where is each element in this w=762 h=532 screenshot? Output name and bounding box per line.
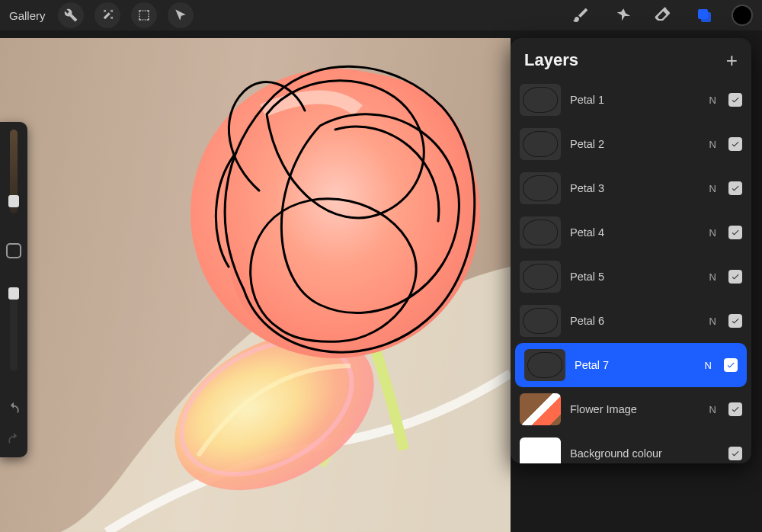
layer-thumbnail[interactable] <box>520 393 561 425</box>
layer-thumbnail[interactable] <box>520 261 561 293</box>
gallery-button[interactable]: Gallery <box>9 9 46 22</box>
add-layer-button[interactable]: + <box>726 53 738 68</box>
layer-name-label: Petal 1 <box>570 94 700 106</box>
layer-blend-mode[interactable]: N <box>709 316 716 327</box>
canvas-area[interactable] <box>0 38 511 532</box>
layer-blend-mode[interactable]: N <box>705 360 712 371</box>
layer-blend-mode[interactable]: N <box>709 271 716 283</box>
layer-visibility-checkbox[interactable] <box>728 314 742 328</box>
layer-name-label: Petal 7 <box>575 359 696 371</box>
layer-visibility-checkbox[interactable] <box>724 358 738 372</box>
svg-rect-7 <box>0 38 511 532</box>
layer-thumbnail[interactable] <box>520 437 561 463</box>
layers-panel: Layers + Petal 1NPetal 2NPetal 3NPetal 4… <box>511 38 751 463</box>
layer-blend-mode[interactable]: N <box>709 183 716 194</box>
selection-tool[interactable] <box>131 2 157 28</box>
layer-visibility-checkbox[interactable] <box>728 270 742 284</box>
smudge-tool[interactable] <box>608 2 636 29</box>
move-tool[interactable] <box>168 2 194 28</box>
magic-wand-tool[interactable] <box>94 2 120 28</box>
adjustments-tool[interactable] <box>58 2 84 28</box>
layer-blend-mode[interactable]: N <box>709 95 716 106</box>
layer-blend-mode[interactable]: N <box>709 139 716 150</box>
layer-row[interactable]: Petal 7N <box>515 343 747 387</box>
layer-blend-mode[interactable]: N <box>709 227 716 239</box>
layer-visibility-checkbox[interactable] <box>728 137 742 151</box>
layer-thumbnail[interactable] <box>520 128 561 160</box>
layer-visibility-checkbox[interactable] <box>728 93 742 107</box>
layer-thumbnail[interactable] <box>520 216 561 248</box>
layer-row[interactable]: Petal 6N <box>511 299 751 343</box>
svg-rect-1 <box>701 12 711 22</box>
layer-row[interactable]: Flower ImageN <box>511 387 751 431</box>
layer-row[interactable]: Petal 2N <box>511 122 751 166</box>
layer-row[interactable]: Background colour <box>511 431 751 463</box>
undo-button[interactable] <box>6 401 21 419</box>
layer-thumbnail[interactable] <box>520 305 561 337</box>
opacity-slider[interactable] <box>10 287 18 371</box>
layer-row[interactable]: Petal 4N <box>511 210 751 255</box>
opacity-thumb[interactable] <box>8 287 19 300</box>
modify-button[interactable] <box>6 243 21 258</box>
layer-visibility-checkbox[interactable] <box>728 402 742 416</box>
layer-visibility-checkbox[interactable] <box>728 226 742 239</box>
layer-name-label: Flower Image <box>570 403 700 415</box>
color-picker-button[interactable] <box>732 5 753 26</box>
layer-blend-mode[interactable]: N <box>709 404 716 415</box>
layer-row[interactable]: Petal 3N <box>511 166 751 210</box>
layer-name-label: Petal 6 <box>570 315 700 327</box>
canvas-artwork <box>0 38 511 532</box>
eraser-tool[interactable] <box>649 2 677 29</box>
layer-thumbnail[interactable] <box>520 172 561 204</box>
layers-title: Layers <box>524 50 578 70</box>
brush-size-thumb[interactable] <box>8 195 19 207</box>
layer-row[interactable]: Petal 5N <box>511 255 751 299</box>
layer-thumbnail[interactable] <box>524 349 565 381</box>
layer-thumbnail[interactable] <box>520 84 561 116</box>
layer-visibility-checkbox[interactable] <box>728 447 742 460</box>
brush-tool[interactable] <box>567 2 594 29</box>
left-sidebar <box>0 122 27 457</box>
layers-tool[interactable] <box>690 2 718 29</box>
layer-visibility-checkbox[interactable] <box>728 181 742 195</box>
layers-header: Layers + <box>511 38 751 78</box>
layer-name-label: Background colour <box>570 447 719 460</box>
layer-name-label: Petal 2 <box>570 138 700 150</box>
top-toolbar: Gallery <box>0 0 762 30</box>
layer-name-label: Petal 3 <box>570 182 700 194</box>
layer-name-label: Petal 5 <box>570 271 700 283</box>
layer-row[interactable]: Petal 1N <box>511 78 751 122</box>
layer-name-label: Petal 4 <box>570 226 700 239</box>
redo-button[interactable] <box>6 431 21 450</box>
canvas[interactable] <box>0 38 511 532</box>
layers-list: Petal 1NPetal 2NPetal 3NPetal 4NPetal 5N… <box>511 78 751 463</box>
brush-size-slider[interactable] <box>10 130 18 213</box>
